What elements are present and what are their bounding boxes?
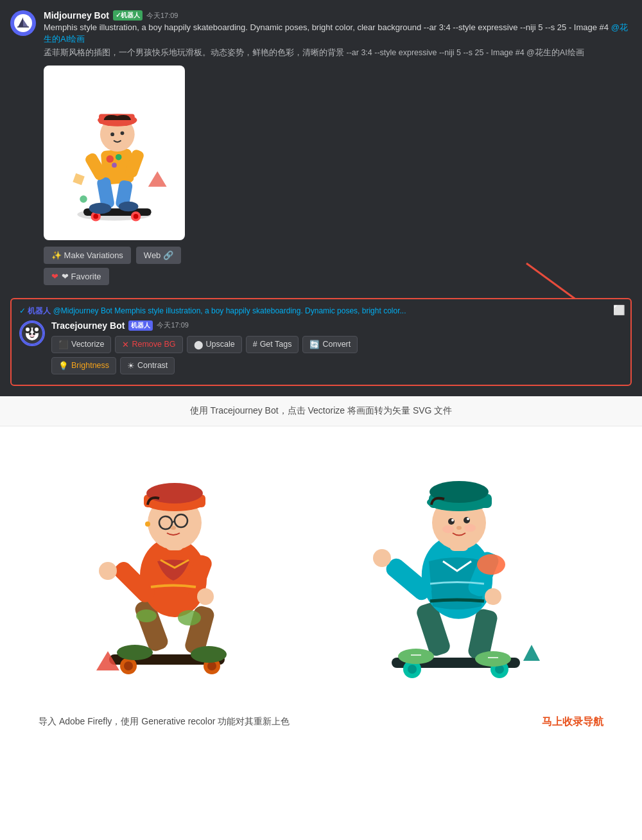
contrast-button[interactable]: ☀ Contrast <box>120 357 175 374</box>
svg-point-49 <box>197 588 214 605</box>
upscale-label: Upscale <box>206 340 235 349</box>
upscale-icon: ⬤ <box>194 340 204 349</box>
favorite-label: ❤ Favorite <box>62 272 101 281</box>
svg-point-35 <box>30 335 35 337</box>
svg-point-44 <box>117 645 153 660</box>
svg-point-76 <box>373 549 391 567</box>
remove-bg-label: Remove BG <box>132 340 175 349</box>
discord-panel: Midjourney Bot ✓机器人 今天17:09 Memphis styl… <box>0 0 642 396</box>
tracebot-content: Tracejourney Bot 机器人 今天17:09 ⬛ Vectorize… <box>51 320 623 378</box>
heart-icon: ❤ <box>51 272 58 281</box>
vectorize-button[interactable]: ⬛ Vectorize <box>51 336 111 353</box>
illustration-row <box>13 452 629 696</box>
action-buttons-row: ✨ Make Variations Web 🔗 <box>44 247 632 264</box>
svg-point-58 <box>171 526 176 530</box>
get-tags-label: Get Tags <box>260 340 292 349</box>
svg-point-22 <box>107 155 114 163</box>
brand-text: 马上收录导航 <box>542 715 603 729</box>
message-1: Midjourney Bot ✓机器人 今天17:09 Memphis styl… <box>10 10 632 289</box>
message-1-title: Memphis style illustration, a boy happil… <box>44 22 632 45</box>
svg-point-40 <box>207 661 216 670</box>
tracebot-badge: 机器人 <box>128 320 153 331</box>
svg-point-83 <box>429 481 489 503</box>
midjourney-bot-name: Midjourney Bot <box>44 10 109 21</box>
tracebot-time: 今天17:09 <box>157 320 189 330</box>
action-buttons-row-2: ❤ ❤ Favorite <box>44 268 632 285</box>
svg-point-65 <box>408 665 417 674</box>
svg-point-89 <box>467 518 469 520</box>
vectorize-icon: ⬛ <box>58 340 69 349</box>
brightness-icon: 💡 <box>58 361 69 371</box>
svg-point-21 <box>80 195 87 203</box>
midjourney-avatar <box>10 10 36 36</box>
inline-header-text: @Midjourney Bot Memphis style illustrati… <box>53 306 406 315</box>
illustration-section: 导入 Adobe Firefly，使用 Generative recolor 功… <box>0 426 642 748</box>
bottom-caption-row: 导入 Adobe Firefly，使用 Generative recolor 功… <box>13 715 629 729</box>
svg-point-69 <box>475 651 511 667</box>
svg-point-84 <box>442 525 454 533</box>
convert-button[interactable]: 🔄 Convert <box>302 336 358 353</box>
midjourney-badge: ✓机器人 <box>113 10 143 21</box>
svg-marker-92 <box>523 645 540 661</box>
convert-label: Convert <box>322 340 351 349</box>
flower-ai-link[interactable]: @花生的AI绘画 <box>44 22 628 44</box>
svg-point-90 <box>456 526 462 530</box>
svg-point-91 <box>477 554 505 575</box>
contrast-label: Contrast <box>137 361 168 370</box>
svg-point-23 <box>116 154 122 161</box>
svg-point-86 <box>448 518 455 525</box>
svg-point-54 <box>146 483 203 503</box>
screenshot-icon: ⬜ <box>613 304 625 316</box>
favorite-button[interactable]: ❤ ❤ Favorite <box>44 268 109 285</box>
message-1-content: Midjourney Bot ✓机器人 今天17:09 Memphis styl… <box>44 10 632 289</box>
message-1-time: 今天17:09 <box>146 11 178 21</box>
svg-point-72 <box>398 649 434 664</box>
check-icon: ✓ <box>19 306 26 315</box>
svg-point-78 <box>485 588 501 605</box>
svg-point-47 <box>99 562 117 580</box>
svg-point-32 <box>35 328 39 331</box>
right-skater-figure <box>340 452 584 696</box>
remove-bg-icon: ✕ <box>122 340 129 349</box>
skater-illustration-svg <box>54 76 175 230</box>
svg-point-87 <box>464 517 470 523</box>
message-2-header-inline: ✓ 机器人 @Midjourney Bot Memphis style illu… <box>19 306 623 317</box>
svg-rect-20 <box>73 173 84 185</box>
svg-point-18 <box>121 131 125 135</box>
get-tags-button[interactable]: # Get Tags <box>246 336 299 353</box>
svg-point-4 <box>93 214 98 219</box>
make-variations-button[interactable]: ✨ Make Variations <box>44 247 131 264</box>
at-midjourney-link[interactable]: @Midjourney Bot <box>53 306 112 315</box>
svg-point-17 <box>110 132 114 136</box>
svg-point-11 <box>119 202 139 211</box>
discord-caption-text: 使用 Tracejourney Bot，点击 Vectorize 将画面转为矢量… <box>190 405 453 416</box>
left-skater-svg <box>71 459 289 690</box>
get-tags-icon: # <box>253 340 257 349</box>
tool-buttons-row-2: 💡 Brightness ☀ Contrast <box>51 357 623 374</box>
left-skater-figure <box>58 452 302 696</box>
svg-point-24 <box>112 162 117 168</box>
tracebot-avatar <box>19 320 45 346</box>
tracebot-name: Tracejourney Bot <box>51 320 125 331</box>
svg-point-6 <box>134 214 139 219</box>
tool-buttons-row-1: ⬛ Vectorize ✕ Remove BG ⬤ Upscale # Get … <box>51 336 623 353</box>
brightness-button[interactable]: 💡 Brightness <box>51 357 116 374</box>
svg-point-61 <box>136 609 157 622</box>
svg-point-88 <box>451 519 454 521</box>
svg-point-38 <box>124 661 133 670</box>
svg-marker-19 <box>148 171 167 187</box>
skater-image-card <box>44 66 185 240</box>
message-1-subtitle: 孟菲斯风格的插图，一个男孩快乐地玩滑板。动态姿势，鲜艳的色彩，清晰的背景 --a… <box>44 48 632 59</box>
upscale-button[interactable]: ⬤ Upscale <box>187 336 242 353</box>
discord-caption: 使用 Tracejourney Bot，点击 Vectorize 将画面转为矢量… <box>0 396 642 426</box>
brightness-label: Brightness <box>71 361 109 370</box>
remove-bg-button[interactable]: ✕ Remove BG <box>115 336 182 353</box>
svg-point-59 <box>145 521 150 527</box>
contrast-icon: ☀ <box>127 361 135 371</box>
message-2-highlighted: ⬜ ✓ 机器人 @Midjourney Bot Memphis style il… <box>10 298 632 386</box>
inline-badge: 机器人 <box>28 306 51 315</box>
web-button[interactable]: Web 🔗 <box>136 247 181 264</box>
message-1-header: Midjourney Bot ✓机器人 今天17:09 <box>44 10 632 21</box>
convert-icon: 🔄 <box>309 340 320 349</box>
tracebot-header: Tracejourney Bot 机器人 今天17:09 <box>51 320 623 331</box>
